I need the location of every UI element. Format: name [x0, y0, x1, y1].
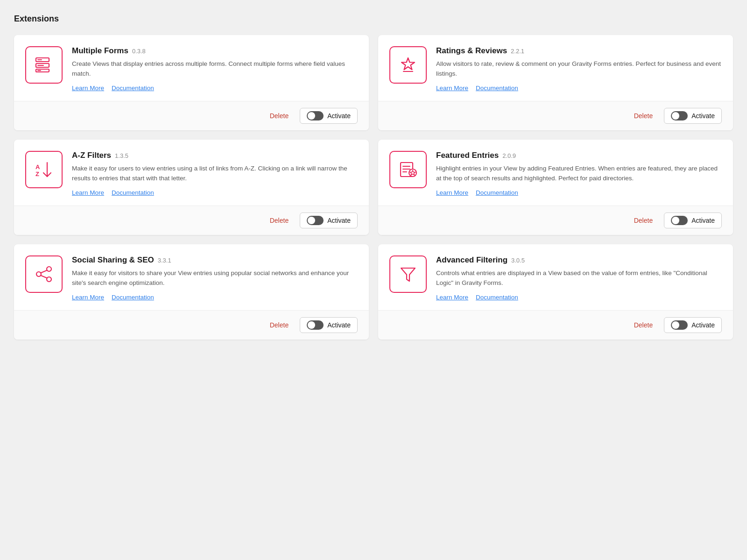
activate-button-featured-entries[interactable]: Activate — [664, 213, 722, 228]
card-bottom-featured-entries: Delete Activate — [378, 206, 733, 235]
card-top-social-sharing-seo: Social Sharing & SEO 3.3.1 Make it easy … — [14, 244, 369, 310]
learn-more-link-featured-entries[interactable]: Learn More — [436, 189, 468, 196]
card-description-social-sharing-seo: Make it easy for visitors to share your … — [72, 269, 358, 288]
toggle-thumb-az-filters — [308, 217, 315, 224]
social-sharing-seo-icon — [25, 255, 63, 293]
card-header-multiple-forms: Multiple Forms 0.3.8 — [72, 46, 358, 56]
card-description-multiple-forms: Create Views that display entries across… — [72, 59, 358, 79]
toggle-thumb-featured-entries — [672, 217, 679, 224]
card-description-advanced-filtering: Controls what entries are displayed in a… — [436, 269, 722, 288]
extensions-grid: Multiple Forms 0.3.8 Create Views that d… — [14, 35, 733, 340]
learn-more-link-advanced-filtering[interactable]: Learn More — [436, 294, 468, 301]
toggle-track-featured-entries — [671, 216, 688, 225]
delete-button-az-filters[interactable]: Delete — [266, 215, 292, 226]
svg-point-18 — [36, 272, 41, 276]
documentation-link-advanced-filtering[interactable]: Documentation — [476, 294, 518, 301]
learn-more-link-az-filters[interactable]: Learn More — [72, 189, 104, 196]
extension-card-social-sharing-seo: Social Sharing & SEO 3.3.1 Make it easy … — [14, 244, 369, 340]
card-links-az-filters: Learn More Documentation — [72, 189, 358, 196]
card-version-advanced-filtering: 3.0.5 — [511, 257, 525, 264]
svg-line-20 — [41, 270, 47, 273]
svg-text:Z: Z — [35, 170, 39, 177]
delete-button-social-sharing-seo[interactable]: Delete — [266, 319, 292, 331]
card-title-az-filters: A-Z Filters — [72, 151, 111, 160]
documentation-link-ratings-reviews[interactable]: Documentation — [476, 85, 518, 92]
card-bottom-ratings-reviews: Delete Activate — [378, 101, 733, 130]
card-header-advanced-filtering: Advanced Filtering 3.0.5 — [436, 255, 722, 265]
card-title-ratings-reviews: Ratings & Reviews — [436, 46, 507, 56]
extension-card-featured-entries: Featured Entries 2.0.9 Highlight entries… — [378, 140, 733, 235]
delete-button-featured-entries[interactable]: Delete — [630, 215, 656, 226]
featured-entries-icon — [389, 151, 427, 188]
multiple-forms-icon — [25, 46, 63, 84]
activate-button-social-sharing-seo[interactable]: Activate — [300, 317, 358, 333]
toggle-thumb-ratings-reviews — [672, 112, 679, 120]
card-content-featured-entries: Featured Entries 2.0.9 Highlight entries… — [436, 151, 722, 196]
activate-label-multiple-forms: Activate — [327, 112, 351, 120]
card-links-featured-entries: Learn More Documentation — [436, 189, 722, 196]
card-content-advanced-filtering: Advanced Filtering 3.0.5 Controls what e… — [436, 255, 722, 301]
page-title: Extensions — [14, 14, 733, 24]
ratings-reviews-icon — [389, 46, 427, 84]
card-bottom-az-filters: Delete Activate — [14, 206, 369, 235]
card-version-featured-entries: 2.0.9 — [502, 152, 516, 159]
activate-label-social-sharing-seo: Activate — [327, 321, 351, 329]
card-top-featured-entries: Featured Entries 2.0.9 Highlight entries… — [378, 140, 733, 206]
card-title-multiple-forms: Multiple Forms — [72, 46, 128, 56]
card-version-multiple-forms: 0.3.8 — [132, 48, 146, 55]
toggle-track-az-filters — [307, 216, 324, 225]
toggle-track-multiple-forms — [307, 111, 324, 121]
delete-button-advanced-filtering[interactable]: Delete — [630, 319, 656, 331]
extension-card-advanced-filtering: Advanced Filtering 3.0.5 Controls what e… — [378, 244, 733, 340]
delete-button-multiple-forms[interactable]: Delete — [266, 110, 292, 121]
card-top-multiple-forms: Multiple Forms 0.3.8 Create Views that d… — [14, 35, 369, 101]
card-version-ratings-reviews: 2.2.1 — [511, 48, 524, 55]
toggle-track-social-sharing-seo — [307, 320, 324, 330]
card-title-featured-entries: Featured Entries — [436, 151, 499, 160]
toggle-track-ratings-reviews — [671, 111, 688, 121]
activate-button-multiple-forms[interactable]: Activate — [300, 108, 358, 124]
card-version-az-filters: 1.3.5 — [115, 152, 128, 159]
activate-button-ratings-reviews[interactable]: Activate — [664, 108, 722, 124]
delete-button-ratings-reviews[interactable]: Delete — [630, 110, 656, 121]
learn-more-link-social-sharing-seo[interactable]: Learn More — [72, 294, 104, 301]
learn-more-link-multiple-forms[interactable]: Learn More — [72, 85, 104, 92]
card-description-featured-entries: Highlight entries in your View by adding… — [436, 164, 722, 184]
card-bottom-social-sharing-seo: Delete Activate — [14, 310, 369, 340]
az-filters-icon: A Z — [25, 151, 63, 188]
activate-label-featured-entries: Activate — [691, 217, 715, 224]
card-content-az-filters: A-Z Filters 1.3.5 Make it easy for users… — [72, 151, 358, 196]
activate-button-az-filters[interactable]: Activate — [300, 213, 358, 228]
card-header-featured-entries: Featured Entries 2.0.9 — [436, 151, 722, 160]
extension-card-multiple-forms: Multiple Forms 0.3.8 Create Views that d… — [14, 35, 369, 130]
svg-line-21 — [41, 276, 47, 278]
card-version-social-sharing-seo: 3.3.1 — [158, 257, 171, 264]
card-bottom-multiple-forms: Delete Activate — [14, 101, 369, 130]
card-links-multiple-forms: Learn More Documentation — [72, 85, 358, 92]
card-bottom-advanced-filtering: Delete Activate — [378, 310, 733, 340]
activate-label-az-filters: Activate — [327, 217, 351, 224]
activate-label-advanced-filtering: Activate — [691, 321, 715, 329]
documentation-link-multiple-forms[interactable]: Documentation — [112, 85, 154, 92]
card-top-advanced-filtering: Advanced Filtering 3.0.5 Controls what e… — [378, 244, 733, 310]
svg-marker-6 — [402, 58, 415, 70]
documentation-link-social-sharing-seo[interactable]: Documentation — [112, 294, 154, 301]
card-links-ratings-reviews: Learn More Documentation — [436, 85, 722, 92]
card-links-advanced-filtering: Learn More Documentation — [436, 294, 722, 301]
activate-button-advanced-filtering[interactable]: Activate — [664, 317, 722, 333]
svg-point-19 — [47, 277, 51, 282]
activate-label-ratings-reviews: Activate — [691, 112, 715, 120]
extension-card-ratings-reviews: Ratings & Reviews 2.2.1 Allow visitors t… — [378, 35, 733, 130]
documentation-link-az-filters[interactable]: Documentation — [112, 189, 154, 196]
documentation-link-featured-entries[interactable]: Documentation — [476, 189, 518, 196]
learn-more-link-ratings-reviews[interactable]: Learn More — [436, 85, 468, 92]
svg-text:A: A — [35, 163, 40, 170]
toggle-thumb-social-sharing-seo — [308, 321, 315, 329]
toggle-track-advanced-filtering — [671, 320, 688, 330]
advanced-filtering-icon — [389, 255, 427, 293]
toggle-thumb-advanced-filtering — [672, 321, 679, 329]
card-description-az-filters: Make it easy for users to view entries u… — [72, 164, 358, 184]
svg-point-17 — [47, 267, 51, 271]
extension-card-az-filters: A Z A-Z Filters 1.3.5 Make it easy for u… — [14, 140, 369, 235]
card-title-social-sharing-seo: Social Sharing & SEO — [72, 255, 154, 265]
